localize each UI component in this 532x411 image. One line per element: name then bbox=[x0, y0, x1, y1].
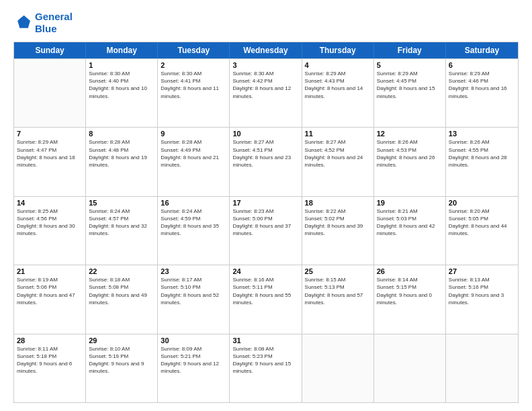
calendar-day-21: 21Sunrise: 8:19 AM Sunset: 5:06 PM Dayli… bbox=[14, 265, 86, 333]
day-number: 1 bbox=[89, 61, 154, 69]
day-info: Sunrise: 8:26 AM Sunset: 4:55 PM Dayligh… bbox=[449, 138, 515, 169]
day-number: 17 bbox=[232, 199, 298, 207]
day-info: Sunrise: 8:27 AM Sunset: 4:52 PM Dayligh… bbox=[305, 138, 371, 169]
day-info: Sunrise: 8:10 AM Sunset: 5:19 PM Dayligh… bbox=[89, 345, 154, 375]
calendar-day-12: 12Sunrise: 8:26 AM Sunset: 4:53 PM Dayli… bbox=[374, 128, 446, 195]
day-header-thursday: Thursday bbox=[302, 42, 374, 58]
day-number: 20 bbox=[449, 199, 515, 207]
day-info: Sunrise: 8:25 AM Sunset: 4:56 PM Dayligh… bbox=[17, 208, 83, 238]
calendar-header-row: SundayMondayTuesdayWednesdayThursdayFrid… bbox=[14, 42, 518, 58]
day-info: Sunrise: 8:11 AM Sunset: 5:18 PM Dayligh… bbox=[17, 345, 83, 375]
day-number: 29 bbox=[89, 336, 154, 345]
day-info: Sunrise: 8:13 AM Sunset: 5:16 PM Dayligh… bbox=[449, 276, 515, 306]
day-number: 11 bbox=[305, 130, 371, 138]
calendar-day-1: 1Sunrise: 8:30 AM Sunset: 4:40 PM Daylig… bbox=[86, 59, 158, 127]
calendar-day-24: 24Sunrise: 8:16 AM Sunset: 5:11 PM Dayli… bbox=[230, 265, 302, 333]
calendar-day-16: 16Sunrise: 8:24 AM Sunset: 4:59 PM Dayli… bbox=[158, 197, 230, 265]
day-number: 8 bbox=[89, 130, 154, 138]
day-number: 12 bbox=[377, 130, 443, 138]
day-info: Sunrise: 8:28 AM Sunset: 4:48 PM Dayligh… bbox=[89, 138, 154, 169]
day-number: 15 bbox=[89, 199, 154, 207]
day-info: Sunrise: 8:23 AM Sunset: 5:00 PM Dayligh… bbox=[232, 208, 298, 238]
day-number: 13 bbox=[449, 130, 515, 138]
day-number: 21 bbox=[17, 267, 83, 275]
calendar-day-18: 18Sunrise: 8:22 AM Sunset: 5:02 PM Dayli… bbox=[302, 197, 374, 265]
day-info: Sunrise: 8:16 AM Sunset: 5:11 PM Dayligh… bbox=[232, 276, 298, 306]
day-info: Sunrise: 8:30 AM Sunset: 4:41 PM Dayligh… bbox=[161, 70, 226, 100]
page: General Blue SundayMondayTuesdayWednesda… bbox=[0, 0, 532, 411]
day-number: 7 bbox=[17, 130, 83, 138]
calendar-day-26: 26Sunrise: 8:14 AM Sunset: 5:15 PM Dayli… bbox=[374, 265, 446, 333]
calendar: SundayMondayTuesdayWednesdayThursdayFrid… bbox=[13, 42, 519, 403]
day-number: 24 bbox=[232, 267, 298, 275]
calendar-day-14: 14Sunrise: 8:25 AM Sunset: 4:56 PM Dayli… bbox=[14, 197, 86, 265]
day-number: 4 bbox=[305, 61, 371, 69]
day-info: Sunrise: 8:18 AM Sunset: 5:08 PM Dayligh… bbox=[89, 276, 154, 306]
day-header-friday: Friday bbox=[374, 42, 446, 58]
day-info: Sunrise: 8:15 AM Sunset: 5:13 PM Dayligh… bbox=[305, 276, 371, 306]
day-info: Sunrise: 8:22 AM Sunset: 5:02 PM Dayligh… bbox=[305, 208, 371, 238]
calendar-week-3: 14Sunrise: 8:25 AM Sunset: 4:56 PM Dayli… bbox=[14, 196, 518, 265]
day-header-sunday: Sunday bbox=[14, 42, 86, 58]
day-info: Sunrise: 8:17 AM Sunset: 5:10 PM Dayligh… bbox=[161, 276, 226, 306]
day-info: Sunrise: 8:08 AM Sunset: 5:23 PM Dayligh… bbox=[232, 345, 298, 375]
calendar-day-22: 22Sunrise: 8:18 AM Sunset: 5:08 PM Dayli… bbox=[86, 265, 158, 333]
calendar-week-1: 1Sunrise: 8:30 AM Sunset: 4:40 PM Daylig… bbox=[14, 58, 518, 127]
day-info: Sunrise: 8:21 AM Sunset: 5:03 PM Dayligh… bbox=[377, 208, 443, 238]
calendar-week-5: 28Sunrise: 8:11 AM Sunset: 5:18 PM Dayli… bbox=[14, 334, 518, 402]
day-info: Sunrise: 8:20 AM Sunset: 5:05 PM Dayligh… bbox=[449, 208, 515, 238]
day-info: Sunrise: 8:29 AM Sunset: 4:45 PM Dayligh… bbox=[377, 70, 443, 100]
logo-text: General Blue bbox=[35, 11, 73, 35]
calendar-day-6: 6Sunrise: 8:29 AM Sunset: 4:46 PM Daylig… bbox=[446, 59, 518, 127]
calendar-day-23: 23Sunrise: 8:17 AM Sunset: 5:10 PM Dayli… bbox=[158, 265, 230, 333]
calendar-day-28: 28Sunrise: 8:11 AM Sunset: 5:18 PM Dayli… bbox=[14, 334, 86, 402]
calendar-week-4: 21Sunrise: 8:19 AM Sunset: 5:06 PM Dayli… bbox=[14, 265, 518, 333]
day-header-saturday: Saturday bbox=[446, 42, 518, 58]
calendar-day-9: 9Sunrise: 8:28 AM Sunset: 4:49 PM Daylig… bbox=[158, 128, 230, 195]
calendar-day-20: 20Sunrise: 8:20 AM Sunset: 5:05 PM Dayli… bbox=[446, 197, 518, 265]
day-number: 28 bbox=[17, 336, 83, 345]
day-info: Sunrise: 8:14 AM Sunset: 5:15 PM Dayligh… bbox=[377, 276, 443, 306]
day-number: 26 bbox=[377, 267, 443, 275]
logo-icon bbox=[13, 13, 32, 32]
calendar-body: 1Sunrise: 8:30 AM Sunset: 4:40 PM Daylig… bbox=[14, 58, 518, 402]
calendar-day-31: 31Sunrise: 8:08 AM Sunset: 5:23 PM Dayli… bbox=[230, 334, 302, 402]
day-number: 23 bbox=[161, 267, 226, 275]
calendar-day-25: 25Sunrise: 8:15 AM Sunset: 5:13 PM Dayli… bbox=[302, 265, 374, 333]
day-number: 2 bbox=[161, 61, 226, 69]
day-info: Sunrise: 8:30 AM Sunset: 4:40 PM Dayligh… bbox=[89, 70, 154, 100]
calendar-day-2: 2Sunrise: 8:30 AM Sunset: 4:41 PM Daylig… bbox=[158, 59, 230, 127]
day-number: 25 bbox=[305, 267, 371, 275]
calendar-day-4: 4Sunrise: 8:29 AM Sunset: 4:43 PM Daylig… bbox=[302, 59, 374, 127]
calendar-day-empty bbox=[302, 334, 374, 402]
day-number: 10 bbox=[232, 130, 298, 138]
day-number: 18 bbox=[305, 199, 371, 207]
day-header-tuesday: Tuesday bbox=[158, 42, 230, 58]
calendar-day-3: 3Sunrise: 8:30 AM Sunset: 4:42 PM Daylig… bbox=[230, 59, 302, 127]
day-info: Sunrise: 8:30 AM Sunset: 4:42 PM Dayligh… bbox=[232, 70, 298, 100]
calendar-day-empty bbox=[446, 334, 518, 402]
day-number: 9 bbox=[161, 130, 226, 138]
svg-marker-0 bbox=[17, 15, 30, 28]
calendar-day-empty bbox=[14, 59, 86, 127]
calendar-day-17: 17Sunrise: 8:23 AM Sunset: 5:00 PM Dayli… bbox=[230, 197, 302, 265]
day-number: 3 bbox=[232, 61, 298, 69]
day-header-monday: Monday bbox=[86, 42, 158, 58]
day-info: Sunrise: 8:24 AM Sunset: 4:59 PM Dayligh… bbox=[161, 208, 226, 238]
calendar-day-8: 8Sunrise: 8:28 AM Sunset: 4:48 PM Daylig… bbox=[86, 128, 158, 195]
day-info: Sunrise: 8:28 AM Sunset: 4:49 PM Dayligh… bbox=[161, 138, 226, 169]
calendar-day-30: 30Sunrise: 8:09 AM Sunset: 5:21 PM Dayli… bbox=[158, 334, 230, 402]
day-info: Sunrise: 8:19 AM Sunset: 5:06 PM Dayligh… bbox=[17, 276, 83, 306]
day-header-wednesday: Wednesday bbox=[230, 42, 302, 58]
calendar-day-10: 10Sunrise: 8:27 AM Sunset: 4:51 PM Dayli… bbox=[230, 128, 302, 195]
day-number: 31 bbox=[232, 336, 298, 345]
calendar-day-7: 7Sunrise: 8:29 AM Sunset: 4:47 PM Daylig… bbox=[14, 128, 86, 195]
day-number: 19 bbox=[377, 199, 443, 207]
day-info: Sunrise: 8:27 AM Sunset: 4:51 PM Dayligh… bbox=[232, 138, 298, 169]
day-info: Sunrise: 8:29 AM Sunset: 4:46 PM Dayligh… bbox=[449, 70, 515, 100]
calendar-day-11: 11Sunrise: 8:27 AM Sunset: 4:52 PM Dayli… bbox=[302, 128, 374, 195]
day-number: 6 bbox=[449, 61, 515, 69]
calendar-day-27: 27Sunrise: 8:13 AM Sunset: 5:16 PM Dayli… bbox=[446, 265, 518, 333]
day-number: 5 bbox=[377, 61, 443, 69]
calendar-day-15: 15Sunrise: 8:24 AM Sunset: 4:57 PM Dayli… bbox=[86, 197, 158, 265]
